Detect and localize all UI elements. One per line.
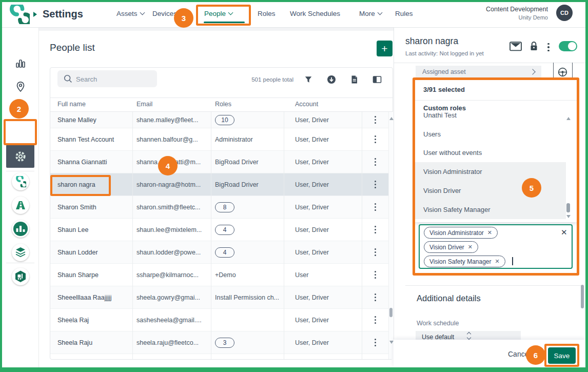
add-person-button[interactable]: + [377,41,393,56]
custom-roles-list: Unathi Test Users User without events Vi… [415,113,566,222]
row-menu-kebab-icon[interactable] [362,135,388,144]
tab-roles[interactable]: Roles [258,10,276,17]
search-input[interactable] [75,70,154,88]
table-row[interactable]: Sheeelllaaa Raajjjjj sheela.gowry@gmai..… [50,286,388,309]
row-menu-kebab-icon[interactable] [362,115,388,124]
sidebar-item-app-logo[interactable] [2,173,38,190]
export-file-icon [350,75,359,84]
scroll-up-icon[interactable] [389,117,394,120]
additional-details-title: Additional details [417,293,481,303]
sidebar-expand-caret-icon[interactable] [33,12,37,17]
table-row[interactable]: Sheela Raj sashesheela@gmail.... User, D… [50,309,388,331]
table-row[interactable]: Shanna Giannatti shanna.giannatti@m... B… [50,151,388,173]
table-row[interactable]: Shaun Sharpe ssharpe@kilmarnoc... +Demo … [50,264,388,286]
custom-role-option[interactable]: Vision Driver [415,181,566,200]
cell-email: shane.malley@fleet... [132,116,211,124]
sidebar-item-app-road[interactable] [2,197,38,214]
row-menu-kebab-icon[interactable] [362,225,388,234]
cell-roles: 3 [211,338,284,348]
column-header-email[interactable]: Email [136,101,152,108]
roles-chips-input[interactable]: Vision Administrator Vision Driver Visio… [419,224,573,269]
sidebar-item-locations[interactable] [2,81,38,93]
top-navigation-bar: Settings Assets Devices People Roles Wor… [2,2,585,28]
brand-logo-icon[interactable] [7,5,30,24]
remove-chip-icon[interactable] [495,258,500,265]
person-menu-kebab-icon[interactable] [547,42,550,52]
account-org: Unity Demo [435,14,548,21]
table-row[interactable]: Shann Test Account shannen.balfour@g... … [50,128,388,151]
remove-chip-icon[interactable] [487,229,492,236]
annotation-step-2: 2 [9,99,29,119]
location-pin-icon [14,81,27,93]
assigned-asset-row[interactable]: Assigned asset [416,66,541,78]
role-chip[interactable]: Vision Safety Manager [424,256,505,267]
clear-roles-icon[interactable] [561,228,567,237]
columns-button[interactable] [373,75,382,86]
envelope-icon[interactable] [509,42,522,51]
row-menu-kebab-icon[interactable] [362,248,388,257]
row-menu-kebab-icon[interactable] [362,158,388,166]
lock-icon[interactable] [529,41,539,52]
sidebar-item-settings[interactable] [6,145,34,168]
panel-scrollbar-thumb[interactable] [581,285,584,308]
sidebar-item-app-podium[interactable] [2,220,38,238]
dropdown-scroll-down-icon[interactable] [566,215,571,218]
tab-assets[interactable]: Assets [116,10,144,17]
row-menu-kebab-icon[interactable] [362,293,388,302]
avatar[interactable]: CD [556,5,573,21]
sidebar-item-app-forklift[interactable] [2,268,38,285]
table-row[interactable]: Shaun Lodder shaun.lodder@powe... 4 User… [50,241,388,264]
plus-icon: + [381,43,387,54]
row-menu-kebab-icon[interactable] [362,180,388,189]
custom-role-option[interactable]: User without events [415,144,566,163]
people-list-title: People list [50,42,95,53]
column-header-fullname[interactable]: Full name [57,101,86,108]
custom-role-option[interactable]: Users [415,125,566,144]
search-field[interactable] [57,70,157,87]
table-scrollbar-thumb[interactable] [389,308,393,317]
dropdown-scrollbar-thumb[interactable] [566,203,570,212]
scroll-down-icon[interactable] [389,341,394,344]
cell-roles: 8 [211,202,284,212]
panel-divider [394,27,394,367]
row-menu-kebab-icon[interactable] [362,338,388,347]
cell-account: User, Driver [284,317,362,324]
save-button[interactable]: Save [548,347,576,364]
steering-wheel-icon[interactable] [557,67,568,77]
column-header-account[interactable]: Account [295,101,318,108]
cell-account: User, Driver [284,159,362,166]
sidebar-item-app-layers[interactable] [2,244,38,261]
table-row[interactable]: Sheela Raju sheela.raju@fleetco... 3 Use… [50,331,388,354]
download-cloud-icon [327,75,336,84]
tab-work-schedules[interactable]: Work Schedules [290,10,340,17]
column-header-roles[interactable]: Roles [215,101,231,108]
table-row[interactable]: Sharon Smith sharon.smith@fleetc... 8 Us… [50,196,388,219]
role-chip[interactable]: Vision Administrator [424,227,498,239]
custom-role-option[interactable]: Unathi Test [415,113,566,125]
tab-more[interactable]: More [359,10,382,17]
table-row[interactable]: Shaun Lee shaun.lee@mixtelem... 4 User, … [50,219,388,241]
import-button[interactable] [327,75,336,86]
remove-chip-icon[interactable] [468,244,473,250]
role-chip[interactable]: Vision Driver [424,241,478,253]
tab-rules[interactable]: Rules [395,10,413,17]
export-button[interactable] [350,75,359,86]
custom-role-option[interactable]: Vision Safety Manager [415,200,566,219]
row-menu-kebab-icon[interactable] [362,203,388,211]
app-road-circle-icon [12,197,29,214]
table-row[interactable]: sharon nagra sharon-nagra@hotm... BigRoa… [50,173,388,196]
sidebar-item-dashboard[interactable] [2,57,38,70]
person-active-toggle[interactable] [559,41,577,51]
cell-roles: Administrator [211,136,284,143]
tab-people[interactable]: People [204,10,232,17]
sidebar-divider [6,263,34,263]
custom-role-option[interactable]: Vision Administrator [415,162,566,181]
table-row[interactable]: Shane Malley shane.malley@fleet... 10 Us… [50,112,388,128]
filter-button[interactable] [304,75,312,86]
asset-cell-border [553,63,554,78]
cell-account: User, Driver [284,294,362,301]
row-menu-kebab-icon[interactable] [362,270,388,279]
dropdown-scroll-up-icon[interactable] [566,117,571,120]
table-scrollbar[interactable] [388,112,393,359]
row-menu-kebab-icon[interactable] [362,316,388,324]
